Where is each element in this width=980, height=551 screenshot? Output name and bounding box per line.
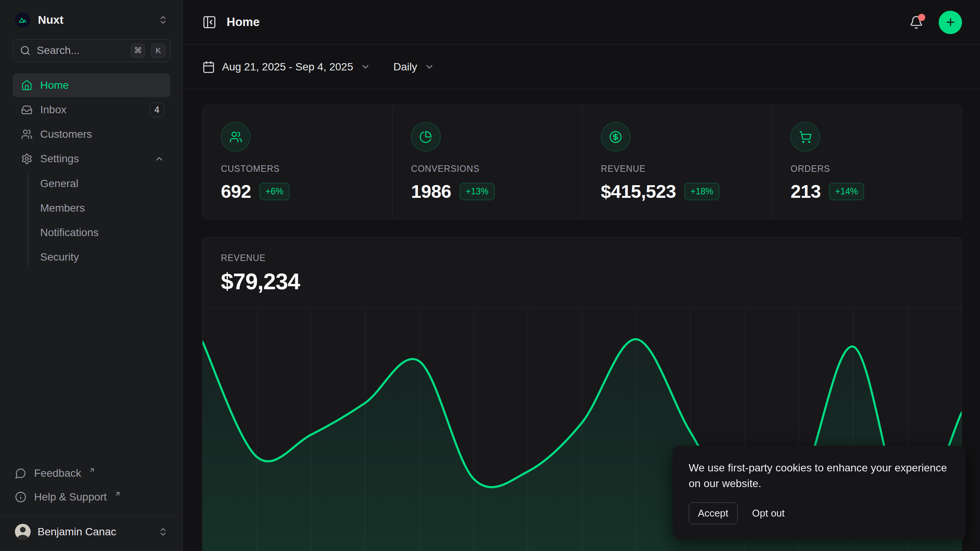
sidebar-item-customers[interactable]: Customers [13, 122, 170, 146]
cookie-message: We use first-party cookies to enhance yo… [689, 460, 950, 492]
sidebar-item-members[interactable]: Members [40, 196, 170, 220]
stat-revenue: REVENUE $415,523 +18% [582, 105, 772, 219]
stats-card-group: CUSTOMERS 692 +6% CONVERSIONS 1986 +13% [202, 105, 962, 219]
optout-cookies-button[interactable]: Opt out [752, 507, 785, 519]
brand-name: Nuxt [38, 13, 64, 26]
stat-conversions: CONVERSIONS 1986 +13% [392, 105, 582, 219]
cart-icon [791, 122, 820, 152]
inbox-icon [21, 104, 33, 116]
sidebar-item-label: Customers [40, 128, 92, 140]
calendar-icon [202, 60, 215, 73]
sidebar-item-home[interactable]: Home [13, 73, 170, 97]
kbd-cmd-key: ⌘ [131, 44, 145, 58]
stat-delta-badge: +6% [260, 183, 290, 200]
sidebar-subitem-label: Security [40, 251, 79, 263]
external-link-icon [114, 491, 121, 497]
cookie-actions: Accept Opt out [689, 502, 950, 524]
stat-value: 692 [221, 181, 251, 202]
stat-customers: CUSTOMERS 692 +6% [203, 105, 392, 219]
stat-value: 213 [791, 181, 821, 202]
sidebar-item-label: Inbox [40, 104, 67, 116]
stat-orders: ORDERS 213 +14% [772, 105, 962, 219]
sidebar-footer: Feedback Help & Support [13, 461, 170, 509]
date-range-label: Aug 21, 2025 - Sep 4, 2025 [222, 61, 353, 73]
inbox-count-badge: 4 [150, 103, 164, 117]
dollar-circle-icon [601, 122, 630, 152]
footer-link-label: Help & Support [34, 491, 107, 503]
search-box[interactable]: ⌘ K [13, 39, 170, 62]
chevron-down-icon [424, 62, 434, 72]
stat-label: CUSTOMERS [221, 164, 381, 174]
panel-left-close-icon[interactable] [202, 15, 217, 29]
info-circle-icon [15, 491, 26, 503]
chevrons-up-down-icon [158, 527, 168, 537]
sidebar-item-general[interactable]: General [40, 171, 170, 196]
chevron-up-icon [154, 154, 164, 164]
accept-cookies-button[interactable]: Accept [689, 502, 738, 524]
notifications-button[interactable] [909, 15, 923, 29]
settings-gear-icon [21, 153, 33, 165]
revenue-chart-header: REVENUE $79,234 [203, 238, 962, 308]
granularity-label: Daily [394, 61, 417, 73]
sidebar-subitem-label: Notifications [40, 227, 99, 239]
sidebar-nav: Home Inbox 4 Customers [13, 73, 170, 269]
sidebar-item-label: Home [40, 79, 69, 91]
notification-dot [918, 14, 925, 21]
stat-label: REVENUE [601, 164, 761, 174]
filter-bar: Aug 21, 2025 - Sep 4, 2025 Daily [183, 45, 980, 89]
sidebar-subitem-label: General [40, 178, 78, 190]
sidebar-item-settings[interactable]: Settings [13, 147, 170, 171]
users-icon [21, 129, 33, 140]
footer-link-label: Feedback [34, 467, 81, 479]
help-support-link[interactable]: Help & Support [13, 485, 170, 509]
users-icon [221, 122, 250, 152]
plus-icon [945, 16, 956, 28]
sidebar-item-security[interactable]: Security [40, 245, 170, 269]
avatar [15, 524, 31, 540]
home-icon [21, 80, 33, 91]
stat-value: 1986 [411, 181, 451, 202]
sidebar-item-label: Settings [40, 153, 79, 165]
search-icon [20, 45, 31, 56]
external-link-icon [89, 467, 95, 473]
workspace-switcher[interactable]: Nuxt [13, 10, 170, 39]
revenue-chart-value: $79,234 [221, 269, 943, 295]
chevrons-up-down-icon [158, 15, 168, 25]
sidebar-item-notifications[interactable]: Notifications [40, 220, 170, 245]
kbd-k-key: K [151, 44, 165, 58]
add-button[interactable] [939, 11, 962, 34]
settings-submenu: General Members Notifications Security [13, 171, 170, 269]
user-menu[interactable]: Benjamin Canac [13, 515, 170, 542]
revenue-chart-label: REVENUE [221, 253, 943, 263]
date-range-picker[interactable]: Aug 21, 2025 - Sep 4, 2025 [202, 60, 371, 73]
nuxt-logo-icon [15, 12, 30, 28]
stat-delta-badge: +18% [684, 183, 719, 200]
chevron-down-icon [360, 62, 371, 72]
cookie-banner: We use first-party cookies to enhance yo… [673, 446, 966, 540]
granularity-select[interactable]: Daily [394, 61, 434, 73]
page-title: Home [227, 15, 260, 29]
stat-delta-badge: +13% [460, 183, 495, 200]
header-actions [909, 11, 962, 34]
search-input[interactable] [37, 44, 125, 57]
sidebar-subitem-label: Members [40, 202, 85, 214]
stat-value: $415,523 [601, 181, 676, 202]
sidebar-item-inbox[interactable]: Inbox 4 [13, 98, 170, 122]
stat-label: CONVERSIONS [411, 164, 571, 174]
user-name: Benjamin Canac [38, 526, 116, 538]
pie-chart-icon [411, 122, 441, 152]
feedback-link[interactable]: Feedback [13, 461, 170, 485]
sidebar: Nuxt ⌘ K Home [0, 0, 183, 551]
message-circle-icon [15, 468, 26, 479]
stat-delta-badge: +14% [829, 183, 864, 200]
page-header: Home [183, 0, 980, 45]
stat-label: ORDERS [791, 164, 950, 174]
